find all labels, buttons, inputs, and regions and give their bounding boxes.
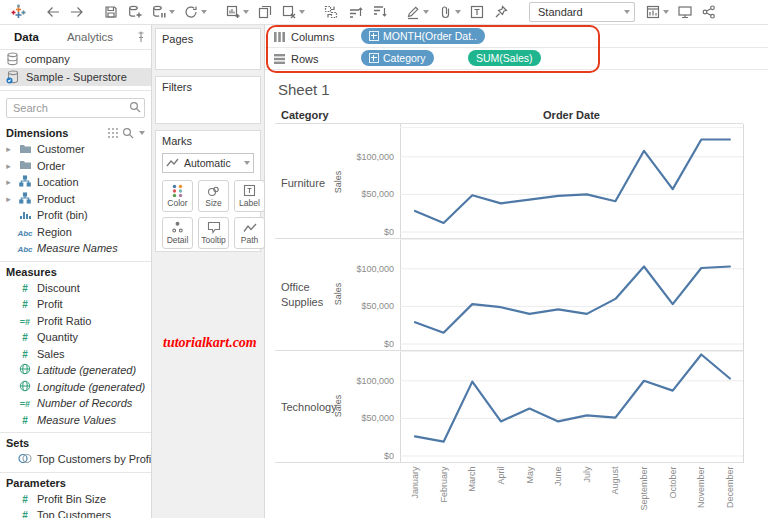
view-as-grid-icon[interactable]: [107, 127, 119, 139]
hierarchy-icon: [19, 175, 31, 187]
share-button[interactable]: [697, 1, 721, 23]
show-me-button[interactable]: [641, 1, 673, 23]
chevron-down-icon[interactable]: [139, 131, 145, 135]
chevron-down-icon[interactable]: [299, 10, 305, 14]
mark-type-dropdown[interactable]: Automatic: [162, 153, 254, 173]
presentation-mode-button[interactable]: [673, 1, 697, 23]
fix-axes-button[interactable]: [489, 1, 513, 23]
mark-detail-button[interactable]: Detail: [162, 217, 193, 249]
number-icon: #: [17, 282, 33, 294]
measure-field[interactable]: #Profit: [0, 296, 151, 313]
measure-field[interactable]: #Quantity: [0, 329, 151, 346]
datasource-item[interactable]: company: [0, 50, 151, 68]
share-icon: [701, 4, 717, 20]
parameter-field[interactable]: #Top Customers: [0, 507, 151, 518]
chevron-down-icon[interactable]: [455, 10, 461, 14]
undo-button[interactable]: [41, 1, 65, 23]
pages-shelf[interactable]: Pages: [155, 28, 261, 70]
database-check-icon: [6, 70, 20, 84]
number-icon: #: [17, 331, 33, 343]
mark-button-label: Path: [241, 235, 259, 245]
measure-field[interactable]: Longitude (generated): [0, 379, 151, 396]
columns-shelf[interactable]: Columns MONTH(Order Dat..: [265, 26, 768, 48]
dimension-field[interactable]: Profit (bin): [0, 207, 151, 224]
folder-icon: [19, 143, 32, 154]
dimension-field[interactable]: ▸Customer: [0, 141, 151, 158]
measure-field[interactable]: =#Number of Records: [0, 395, 151, 412]
dimension-field[interactable]: ▸Product: [0, 191, 151, 208]
data-pane-tab-analytics[interactable]: Analytics: [53, 31, 127, 43]
new-worksheet-button[interactable]: [221, 1, 253, 23]
dimension-field[interactable]: AbcRegion: [0, 224, 151, 241]
search-input[interactable]: [6, 98, 145, 118]
sort-ascending-button[interactable]: [343, 1, 367, 23]
highlight-button[interactable]: [401, 1, 433, 23]
line-plot[interactable]: [400, 127, 743, 239]
fit-selector[interactable]: Standard: [529, 2, 635, 22]
field-label: Top Customers: [37, 509, 111, 518]
measure-field[interactable]: Latitude (generated): [0, 362, 151, 379]
dimension-field[interactable]: ▸Order: [0, 158, 151, 175]
y-tick-label: $0: [337, 451, 394, 461]
dimension-pill[interactable]: MONTH(Order Dat..: [361, 28, 485, 44]
chevron-down-icon[interactable]: [169, 10, 175, 14]
redo-button[interactable]: [65, 1, 89, 23]
mark-size-button[interactable]: Size: [198, 180, 229, 212]
dimension-field[interactable]: AbcMeasure Names: [0, 240, 151, 257]
find-field-icon[interactable]: [122, 127, 134, 139]
sort-descending-button[interactable]: [367, 1, 391, 23]
database-icon: [6, 52, 19, 66]
run-update-button[interactable]: [179, 1, 211, 23]
parameter-field[interactable]: #Profit Bin Size: [0, 491, 151, 508]
mark-path-button[interactable]: Path: [234, 217, 265, 249]
venn-icon: [17, 453, 33, 466]
rows-shelf-label: Rows: [291, 53, 319, 65]
data-pane-tab-data[interactable]: Data: [0, 31, 53, 43]
chevron-down-icon[interactable]: [663, 10, 669, 14]
x-tick-label: May: [524, 467, 535, 518]
duplicate-sheet-icon: [257, 4, 273, 20]
clear-sheet-button[interactable]: [277, 1, 309, 23]
filters-shelf[interactable]: Filters: [155, 76, 261, 124]
tableau-window: { "toolbar": { "items": [ {"icon":"table…: [0, 0, 768, 518]
measure-field[interactable]: =#Profit Ratio: [0, 313, 151, 330]
parameters-header: Parameters: [0, 473, 151, 491]
measure-field[interactable]: #Measure Values: [0, 412, 151, 429]
mark-button-label: Size: [205, 198, 222, 208]
line-plot[interactable]: [400, 351, 743, 463]
mark-button-label: Color: [167, 198, 187, 208]
mark-tooltip-button[interactable]: Tooltip: [198, 217, 229, 249]
marks-buttons: ColorSizeLabelDetailTooltipPath: [162, 180, 254, 249]
duplicate-sheet-button[interactable]: [253, 1, 277, 23]
line-plot[interactable]: [400, 239, 743, 351]
measures-list: #Discount#Profit=#Profit Ratio#Quantity#…: [0, 280, 151, 429]
pause-updates-button[interactable]: [147, 1, 179, 23]
rows-shelf[interactable]: Rows CategorySUM(Sales): [265, 48, 768, 70]
group-members-button[interactable]: [433, 1, 465, 23]
globe-icon: [17, 380, 33, 394]
show-mark-labels-button[interactable]: [465, 1, 489, 23]
measure-field[interactable]: #Sales: [0, 346, 151, 363]
field-label: Latitude (generated): [37, 364, 136, 376]
add-datasource-button[interactable]: [123, 1, 147, 23]
datasource-item[interactable]: Sample - Superstore: [0, 68, 151, 86]
detail-icon: [171, 221, 184, 234]
dimension-pill[interactable]: Category: [361, 50, 434, 66]
globe-icon: [19, 380, 31, 392]
field-label: Sales: [37, 348, 65, 360]
swap-rows-columns-button[interactable]: [319, 1, 343, 23]
field-label: Measure Names: [37, 242, 118, 254]
measure-pill[interactable]: SUM(Sales): [468, 50, 541, 66]
hierarchy-icon: [19, 192, 31, 204]
save-button[interactable]: [99, 1, 123, 23]
mark-color-button[interactable]: Color: [162, 180, 193, 212]
mark-label-button[interactable]: Label: [234, 180, 265, 212]
chevron-down-icon: [244, 161, 250, 165]
search-icon: [129, 101, 141, 113]
chevron-down-icon[interactable]: [243, 10, 249, 14]
measure-field[interactable]: #Discount: [0, 280, 151, 297]
chevron-down-icon[interactable]: [423, 10, 429, 14]
set-field[interactable]: Top Customers by Profit: [0, 451, 151, 468]
dimension-field[interactable]: ▸Location: [0, 174, 151, 191]
chevron-down-icon[interactable]: [201, 10, 207, 14]
